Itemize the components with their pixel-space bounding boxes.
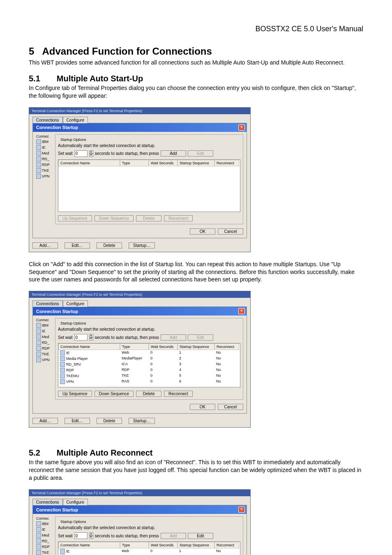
col-startup-sequence[interactable]: Startup Sequence	[178, 542, 214, 548]
edit-button[interactable]: Edit	[188, 533, 213, 539]
wait-seconds-input[interactable]: 0	[74, 150, 88, 157]
edit-button[interactable]: Edit	[188, 334, 213, 341]
tcm-startup-button[interactable]: Startup…	[129, 418, 155, 424]
edit-button[interactable]: Edit	[188, 150, 213, 157]
cell-name: IE	[66, 549, 70, 553]
figure-connection-startup-reconnect: Terminal Connection Manager (Press F2 to…	[29, 489, 251, 555]
tcm-edit-button[interactable]: Edit…	[65, 418, 90, 424]
ok-button[interactable]: OK	[190, 404, 215, 410]
tcm-startup-button[interactable]: Startup…	[129, 242, 155, 249]
sidebar-item[interactable]: RDP	[36, 162, 53, 167]
sidebar-item[interactable]: Med	[36, 334, 53, 339]
sidebar-item[interactable]: TKE	[36, 352, 53, 357]
tab-connections[interactable]: Connections	[32, 499, 63, 505]
cell-type: RDP	[120, 367, 149, 373]
startup-list[interactable]: Connection Name Type Wait Seconds Startu…	[58, 343, 240, 387]
wait-seconds-input[interactable]: 0	[74, 532, 88, 539]
dialog-title: Connection Startup	[36, 125, 78, 130]
sidebar-item[interactable]: RD_	[36, 539, 53, 543]
section-5-1-title: Multiple Auto Start-Up	[57, 74, 143, 83]
sidebar-item[interactable]: TKE	[36, 168, 53, 173]
col-startup-sequence[interactable]: Startup Sequence	[178, 160, 214, 166]
connection-icon	[36, 544, 41, 549]
sidebar-item[interactable]: RDP	[36, 544, 53, 549]
tab-connections[interactable]: Connections	[32, 117, 63, 123]
tcm-edit-button[interactable]: Edit…	[65, 242, 90, 249]
tcm-add-button[interactable]: Add…	[32, 242, 58, 249]
col-wait-seconds[interactable]: Wait Seconds	[149, 542, 178, 548]
add-button[interactable]: Add	[161, 334, 186, 341]
col-reconnect[interactable]: Reconnect	[214, 542, 239, 548]
wait-seconds-spinner[interactable]: ▲▼	[89, 334, 93, 341]
sidebar-item[interactable]: RD_	[36, 157, 53, 161]
tcm-delete-button[interactable]: Delete	[97, 242, 122, 249]
ok-button[interactable]: OK	[190, 228, 215, 235]
sidebar-item[interactable]: IBM	[36, 139, 53, 144]
startup-list[interactable]: Connection Name Type Wait Seconds Startu…	[58, 159, 240, 212]
tcm-delete-button[interactable]: Delete	[97, 418, 122, 424]
set-wait-tail: seconds to auto startup, then press	[95, 151, 159, 156]
col-reconnect[interactable]: Reconnect	[214, 160, 239, 166]
close-icon[interactable]: ×	[238, 124, 245, 131]
cancel-button[interactable]: Cancel	[218, 404, 243, 410]
col-type[interactable]: Type	[120, 343, 149, 350]
list-row[interactable]: RDPRDP04No	[58, 367, 240, 373]
connection-icon	[60, 549, 65, 554]
cell-re: No	[214, 379, 239, 385]
delete-button[interactable]: Delete	[136, 215, 161, 221]
cell-re: No	[214, 373, 239, 379]
reconnect-button[interactable]: Reconnect	[164, 215, 193, 221]
sidebar-item[interactable]: Med	[36, 533, 53, 538]
add-button[interactable]: Add	[161, 150, 186, 157]
reconnect-button[interactable]: Reconnect	[164, 391, 193, 397]
list-row[interactable]: TKEMUTKE05No	[58, 373, 240, 379]
sidebar-item[interactable]: IE	[36, 329, 53, 334]
tab-connections[interactable]: Connections	[32, 300, 63, 307]
section-5-2-number: 5.2	[29, 448, 40, 458]
col-startup-sequence[interactable]: Startup Sequence	[178, 343, 214, 350]
down-sequence-button[interactable]: Down Sequence	[95, 215, 134, 221]
delete-button[interactable]: Delete	[136, 391, 161, 397]
list-row[interactable]: IEWeb01No	[58, 350, 240, 356]
up-sequence-button[interactable]: Up Sequence	[58, 391, 92, 397]
wait-seconds-input[interactable]: 0	[74, 334, 88, 341]
list-row[interactable]: RD_SRVICA03No	[58, 362, 240, 367]
sidebar-item[interactable]: IBM	[36, 323, 53, 328]
col-reconnect[interactable]: Reconnect	[214, 343, 239, 350]
col-wait-seconds[interactable]: Wait Seconds	[149, 343, 178, 350]
sidebar-item[interactable]: IBM	[36, 521, 53, 526]
sidebar-item[interactable]: RD_	[36, 340, 53, 345]
close-icon[interactable]: ×	[238, 308, 245, 314]
sidebar-item[interactable]: VPN	[36, 174, 53, 179]
sidebar-item[interactable]: IE	[36, 527, 53, 532]
col-connection-name[interactable]: Connection Name	[58, 542, 120, 548]
sidebar-item[interactable]: IE	[36, 145, 53, 150]
startup-list[interactable]: Connection Name Type Wait Seconds Startu…	[58, 541, 240, 555]
add-button[interactable]: Add	[161, 533, 186, 539]
col-wait-seconds[interactable]: Wait Seconds	[149, 160, 178, 166]
list-row[interactable]: IEWeb01No	[58, 548, 240, 554]
connection-sidebar: Connec IBM IE Med RD_ RDP TKE VPN	[36, 318, 53, 410]
sidebar-item[interactable]: RDP	[36, 346, 53, 351]
wait-seconds-spinner[interactable]: ▲▼	[89, 532, 93, 539]
list-row[interactable]: VPNRAS06No	[58, 379, 240, 385]
cancel-button[interactable]: Cancel	[218, 228, 243, 235]
col-type[interactable]: Type	[120, 542, 149, 548]
list-row[interactable]: Media PlayerMediaPlayer02No	[58, 356, 240, 362]
set-wait-tail: seconds to auto startup, then press	[95, 534, 159, 538]
wait-seconds-spinner[interactable]: ▲▼	[89, 150, 93, 157]
close-icon[interactable]: ×	[238, 507, 245, 513]
tcm-add-button[interactable]: Add…	[32, 418, 58, 424]
sidebar-item[interactable]: VPN	[36, 357, 53, 362]
tab-configure[interactable]: Configure	[63, 117, 88, 123]
up-sequence-button[interactable]: Up Sequence	[58, 215, 92, 221]
col-connection-name[interactable]: Connection Name	[58, 160, 120, 166]
col-connection-name[interactable]: Connection Name	[58, 343, 120, 350]
cell-seq: 5	[178, 373, 214, 379]
tab-configure[interactable]: Configure	[63, 499, 88, 505]
sidebar-item[interactable]: TKE	[36, 550, 53, 555]
tab-configure[interactable]: Configure	[63, 300, 88, 307]
col-type[interactable]: Type	[120, 160, 149, 166]
down-sequence-button[interactable]: Down Sequence	[95, 391, 134, 397]
sidebar-item[interactable]: Med	[36, 151, 53, 156]
